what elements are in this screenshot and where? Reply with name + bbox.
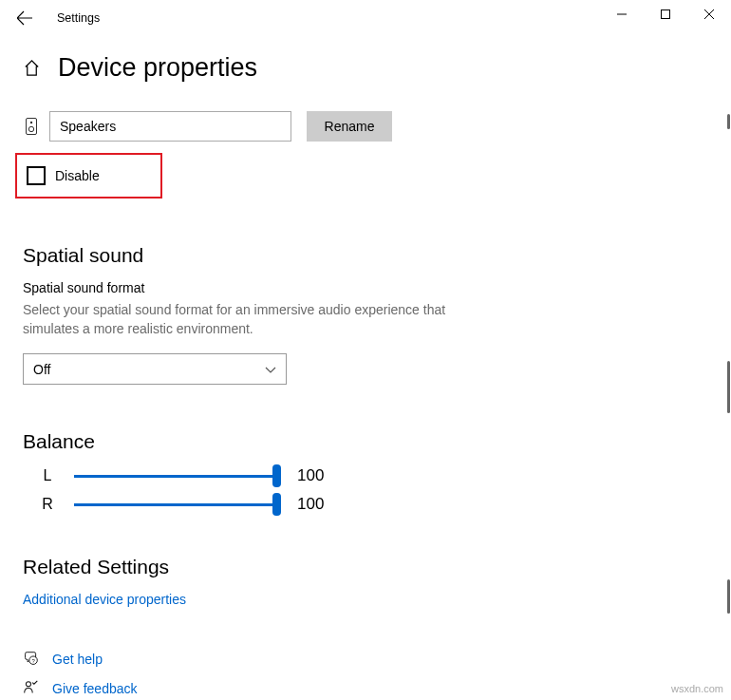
disable-checkbox-wrap[interactable]: Disable <box>27 166 100 185</box>
scrollbar-thumb[interactable] <box>727 579 730 614</box>
left-channel-label: L <box>40 467 55 484</box>
scrollbar[interactable] <box>722 28 731 700</box>
window-controls <box>600 0 731 28</box>
additional-properties-link[interactable]: Additional device properties <box>23 592 708 607</box>
spatial-selected-value: Off <box>33 362 50 377</box>
speaker-icon <box>23 117 40 136</box>
svg-rect-1 <box>662 10 670 19</box>
chevron-down-icon <box>265 364 276 375</box>
maximize-button[interactable] <box>644 0 687 28</box>
disable-label: Disable <box>55 168 100 183</box>
get-help-row[interactable]: ? Get help <box>23 651 708 667</box>
window-title: Settings <box>57 11 100 25</box>
balance-left-row: L 100 <box>23 466 708 485</box>
slider-thumb[interactable] <box>272 493 281 516</box>
right-value: 100 <box>297 495 324 514</box>
slider-track <box>74 475 278 478</box>
right-channel-label: R <box>40 496 55 513</box>
spatial-format-label: Spatial sound format <box>23 280 708 295</box>
balance-right-slider[interactable] <box>74 496 278 513</box>
page-title: Device properties <box>58 53 257 83</box>
disable-highlight: Disable <box>15 153 162 199</box>
balance-left-slider[interactable] <box>74 467 278 484</box>
spatial-format-dropdown[interactable]: Off <box>23 353 287 385</box>
slider-track <box>74 503 278 506</box>
disable-checkbox[interactable] <box>27 166 46 185</box>
slider-thumb[interactable] <box>272 464 281 487</box>
minimize-button[interactable] <box>600 0 644 28</box>
svg-point-5 <box>30 122 32 123</box>
left-value: 100 <box>297 466 324 485</box>
scrollbar-thumb[interactable] <box>727 361 730 413</box>
svg-point-6 <box>28 126 33 131</box>
feedback-row[interactable]: Give feedback <box>23 680 708 696</box>
balance-heading: Balance <box>23 430 708 453</box>
feedback-icon <box>23 680 39 696</box>
balance-right-row: R 100 <box>23 495 708 514</box>
svg-point-9 <box>26 682 30 687</box>
content-area: Device properties Rename Disable Spatial… <box>0 36 731 700</box>
scrollbar-thumb[interactable] <box>727 114 730 129</box>
close-button[interactable] <box>687 0 731 28</box>
device-name-input[interactable] <box>49 111 291 142</box>
spatial-sound-heading: Spatial sound <box>23 244 708 267</box>
watermark: wsxdn.com <box>671 683 723 694</box>
back-button[interactable] <box>6 0 44 36</box>
get-help-link[interactable]: Get help <box>52 652 103 667</box>
page-header: Device properties <box>23 53 708 83</box>
titlebar: Settings <box>0 0 731 36</box>
device-name-row: Rename <box>23 111 708 142</box>
related-settings-heading: Related Settings <box>23 556 708 578</box>
feedback-link[interactable]: Give feedback <box>52 681 138 696</box>
rename-button[interactable]: Rename <box>307 111 392 142</box>
home-icon[interactable] <box>23 59 41 77</box>
spatial-description: Select your spatial sound format for an … <box>23 301 459 338</box>
arrow-left-icon <box>17 10 32 26</box>
chat-help-icon: ? <box>23 651 39 667</box>
